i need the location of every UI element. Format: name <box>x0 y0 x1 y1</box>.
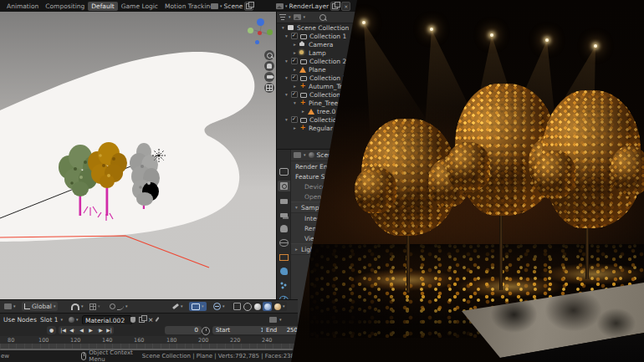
previous-keyframe-button[interactable]: ◀· <box>68 326 77 334</box>
tree-crown-lump <box>611 146 644 196</box>
outliner-label: Scene Collection <box>297 24 349 32</box>
search-icon[interactable] <box>319 14 326 21</box>
next-keyframe-button[interactable]: ·▶ <box>95 326 105 334</box>
gizmo-z-axis[interactable] <box>257 18 264 26</box>
chevron-down-icon: ▾ <box>304 15 306 19</box>
outliner-label: Regular <box>309 125 333 132</box>
fake-user-icon[interactable] <box>130 317 135 323</box>
tab-tool[interactable] <box>278 166 290 177</box>
use-nodes-toggle[interactable]: Use Nodes <box>3 315 37 324</box>
gizmo-y-axis[interactable] <box>267 29 273 35</box>
tab-motion-tracking[interactable]: Motion Tracking <box>161 2 211 11</box>
tab-default[interactable]: Default <box>88 2 117 11</box>
gizmo-toggle[interactable]: ▾ <box>189 302 207 311</box>
new-view-layer-button[interactable] <box>330 2 340 11</box>
pin-icon[interactable] <box>156 317 160 322</box>
annotate-tool[interactable]: ▾ <box>170 302 186 311</box>
view-layer-selector[interactable]: ▾ RenderLayer × <box>276 0 350 12</box>
viewport-3d[interactable] <box>0 12 276 299</box>
collection-checkbox[interactable]: ✓ <box>291 116 298 123</box>
collection-checkbox[interactable]: ✓ <box>291 33 298 39</box>
tab-scene[interactable] <box>278 223 290 234</box>
unlink-icon[interactable]: × <box>148 316 153 324</box>
editor-type-icon[interactable] <box>294 152 301 158</box>
new-scene-button[interactable] <box>244 2 253 11</box>
tab-world[interactable] <box>278 237 290 248</box>
tab-compositing[interactable]: Compositing <box>42 2 88 11</box>
tab-object[interactable] <box>278 252 290 263</box>
mouse-icon <box>81 352 86 360</box>
chevron-down-icon: ▾ <box>285 4 288 8</box>
disclosure-icon[interactable]: ▾ <box>285 117 291 122</box>
timeline-ruler[interactable]: 80 100 120 140 160 180 200 220 240 <box>0 336 298 344</box>
disclosure-icon[interactable]: ▸ <box>294 125 299 130</box>
camera-view-button[interactable] <box>264 72 274 82</box>
disclosure-icon[interactable]: ▾ <box>285 92 291 97</box>
disclosure-icon[interactable]: ▾ <box>285 59 291 64</box>
record-button[interactable]: ● <box>47 326 56 334</box>
snap-target-dropdown[interactable]: ▾ <box>87 302 103 311</box>
zoom-button[interactable] <box>264 50 274 60</box>
shading-material-button[interactable] <box>263 302 272 311</box>
display-mode-icon[interactable] <box>294 14 301 20</box>
pan-button[interactable] <box>264 61 274 71</box>
shading-rendered-button[interactable] <box>273 302 282 311</box>
collection-icon <box>300 93 307 98</box>
chevron-down-icon: ▾ <box>81 304 84 308</box>
jump-to-start-button[interactable]: |◀ <box>59 326 68 334</box>
tab-animation[interactable]: Animation <box>3 2 42 11</box>
material-browse-dropdown[interactable]: ▾ <box>69 315 79 324</box>
gizmo-x-axis[interactable] <box>248 28 253 33</box>
disclosure-icon[interactable]: ▸ <box>294 84 299 89</box>
tab-render[interactable] <box>278 181 290 191</box>
tab-game-logic[interactable]: Game Logic <box>118 2 161 11</box>
gizmo-z-neg[interactable] <box>255 40 259 44</box>
disclosure-icon[interactable]: ▸ <box>294 67 299 72</box>
collection-checkbox[interactable]: ✓ <box>291 58 298 64</box>
jump-to-end-button[interactable]: ▶| <box>105 326 114 334</box>
mesh-icon <box>308 109 314 115</box>
collection-checkbox[interactable]: ✓ <box>291 74 298 81</box>
filter-icon[interactable] <box>279 14 286 20</box>
perspective-toggle-button[interactable] <box>264 83 274 93</box>
viewport-scene <box>0 12 276 299</box>
ruler-tick: 200 <box>198 337 208 344</box>
ruler-tick: 160 <box>134 337 144 344</box>
shader-header-options[interactable]: ▾ <box>269 315 282 324</box>
remove-view-layer-button[interactable]: × <box>341 2 350 11</box>
current-frame-field[interactable]: 0 <box>165 326 202 334</box>
new-material-icon[interactable] <box>139 317 145 323</box>
scene-selector[interactable]: ▾ Scene <box>211 0 253 12</box>
mesh-icon <box>299 67 306 73</box>
disclosure-icon[interactable]: ▾ <box>285 33 291 38</box>
disclosure-icon[interactable]: ▸ <box>294 50 299 55</box>
disclosure-icon[interactable]: ▾ <box>294 100 299 105</box>
tab-view-layer[interactable] <box>278 209 290 220</box>
tab-particles[interactable] <box>278 280 290 291</box>
play-reverse-button[interactable]: ◀ <box>77 326 86 334</box>
disclosure-icon[interactable]: ▸ <box>302 109 308 114</box>
disclosure-icon[interactable]: ▾ <box>282 25 288 30</box>
shading-solid-button[interactable] <box>253 302 262 311</box>
orientation-dropdown[interactable]: Global ▾ <box>22 302 58 311</box>
slot-dropdown[interactable]: Slot 1 ▾ <box>40 315 63 324</box>
tab-modifiers[interactable] <box>278 266 290 277</box>
axis-gizmo[interactable] <box>248 17 273 50</box>
shading-wireframe-button[interactable] <box>243 302 252 311</box>
tab-output[interactable] <box>278 195 290 206</box>
scene-selector-label: Scene <box>224 3 243 10</box>
overlays-toggle[interactable]: ▾ <box>211 302 227 311</box>
snap-toggle[interactable]: ▾ <box>69 302 86 311</box>
disclosure-icon[interactable]: ▾ <box>285 75 291 80</box>
play-button[interactable]: ▶ <box>86 326 95 334</box>
outliner-label: Collection 1 <box>309 33 346 40</box>
editor-type-button[interactable]: ▾ <box>2 302 18 311</box>
disclosure-icon[interactable]: ▸ <box>294 42 299 47</box>
frame-start-field[interactable]: Start 1 <box>212 326 268 334</box>
proportional-edit-toggle[interactable]: ▾ <box>107 302 130 311</box>
xray-toggle[interactable] <box>233 302 242 311</box>
frame-end-field[interactable]: End 250 <box>263 326 301 334</box>
collection-checkbox[interactable]: ✓ <box>291 91 298 98</box>
chevron-down-icon: ▾ <box>76 318 79 322</box>
chevron-down-icon: ▾ <box>181 304 183 308</box>
